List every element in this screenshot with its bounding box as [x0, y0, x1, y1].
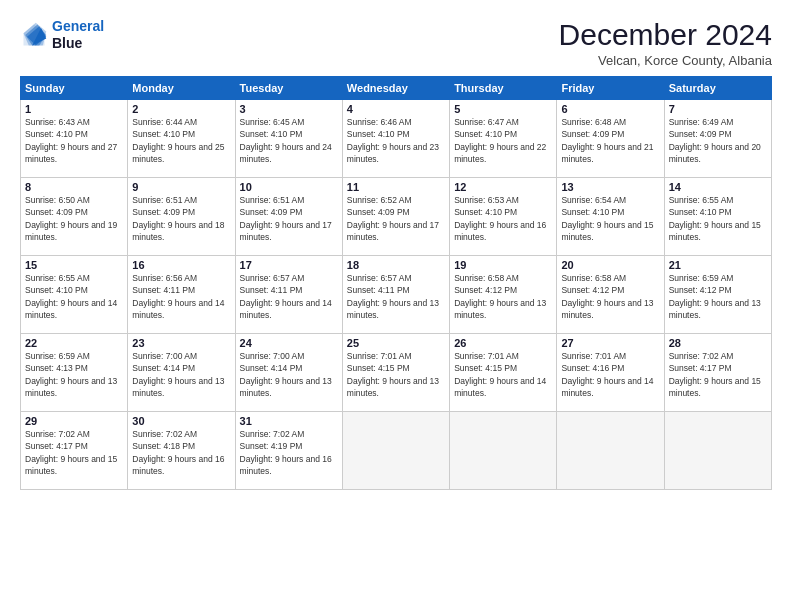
sunrise-text: Sunrise: 6:55 AM: [25, 272, 123, 284]
calendar-cell: 2Sunrise: 6:44 AMSunset: 4:10 PMDaylight…: [128, 100, 235, 178]
daylight-text: Daylight: 9 hours and 24 minutes.: [240, 141, 338, 166]
day-number: 31: [240, 415, 338, 427]
sunrise-text: Sunrise: 6:52 AM: [347, 194, 445, 206]
calendar-week-row: 8Sunrise: 6:50 AMSunset: 4:09 PMDaylight…: [21, 178, 772, 256]
calendar-week-row: 29Sunrise: 7:02 AMSunset: 4:17 PMDayligh…: [21, 412, 772, 490]
calendar-cell: [450, 412, 557, 490]
daylight-text: Daylight: 9 hours and 14 minutes.: [240, 297, 338, 322]
sunset-text: Sunset: 4:10 PM: [561, 206, 659, 218]
day-number: 15: [25, 259, 123, 271]
sunrise-text: Sunrise: 6:45 AM: [240, 116, 338, 128]
daylight-text: Daylight: 9 hours and 17 minutes.: [240, 219, 338, 244]
daylight-text: Daylight: 9 hours and 13 minutes.: [454, 297, 552, 322]
sunset-text: Sunset: 4:12 PM: [454, 284, 552, 296]
day-number: 11: [347, 181, 445, 193]
month-title: December 2024: [559, 18, 772, 51]
calendar-cell: 16Sunrise: 6:56 AMSunset: 4:11 PMDayligh…: [128, 256, 235, 334]
calendar-cell: 3Sunrise: 6:45 AMSunset: 4:10 PMDaylight…: [235, 100, 342, 178]
sunrise-text: Sunrise: 6:54 AM: [561, 194, 659, 206]
calendar-cell: 23Sunrise: 7:00 AMSunset: 4:14 PMDayligh…: [128, 334, 235, 412]
weekday-header: Tuesday: [235, 77, 342, 100]
logo: General Blue: [20, 18, 104, 52]
day-number: 23: [132, 337, 230, 349]
daylight-text: Daylight: 9 hours and 16 minutes.: [454, 219, 552, 244]
sunset-text: Sunset: 4:19 PM: [240, 440, 338, 452]
sunrise-text: Sunrise: 7:01 AM: [561, 350, 659, 362]
day-info: Sunrise: 6:54 AMSunset: 4:10 PMDaylight:…: [561, 194, 659, 243]
sunset-text: Sunset: 4:15 PM: [347, 362, 445, 374]
day-number: 17: [240, 259, 338, 271]
calendar-cell: 1Sunrise: 6:43 AMSunset: 4:10 PMDaylight…: [21, 100, 128, 178]
weekday-header: Thursday: [450, 77, 557, 100]
day-info: Sunrise: 6:52 AMSunset: 4:09 PMDaylight:…: [347, 194, 445, 243]
calendar-cell: 25Sunrise: 7:01 AMSunset: 4:15 PMDayligh…: [342, 334, 449, 412]
weekday-header: Sunday: [21, 77, 128, 100]
calendar-cell: 15Sunrise: 6:55 AMSunset: 4:10 PMDayligh…: [21, 256, 128, 334]
calendar-cell: 31Sunrise: 7:02 AMSunset: 4:19 PMDayligh…: [235, 412, 342, 490]
day-info: Sunrise: 7:02 AMSunset: 4:17 PMDaylight:…: [25, 428, 123, 477]
sunset-text: Sunset: 4:09 PM: [132, 206, 230, 218]
sunset-text: Sunset: 4:09 PM: [561, 128, 659, 140]
day-info: Sunrise: 6:48 AMSunset: 4:09 PMDaylight:…: [561, 116, 659, 165]
daylight-text: Daylight: 9 hours and 13 minutes.: [25, 375, 123, 400]
calendar-cell: 17Sunrise: 6:57 AMSunset: 4:11 PMDayligh…: [235, 256, 342, 334]
sunrise-text: Sunrise: 6:51 AM: [240, 194, 338, 206]
day-number: 3: [240, 103, 338, 115]
sunrise-text: Sunrise: 7:02 AM: [132, 428, 230, 440]
sunset-text: Sunset: 4:13 PM: [25, 362, 123, 374]
header: General Blue December 2024 Velcan, Korce…: [20, 18, 772, 68]
day-info: Sunrise: 6:55 AMSunset: 4:10 PMDaylight:…: [669, 194, 767, 243]
sunrise-text: Sunrise: 6:53 AM: [454, 194, 552, 206]
calendar-cell: [557, 412, 664, 490]
calendar-cell: 14Sunrise: 6:55 AMSunset: 4:10 PMDayligh…: [664, 178, 771, 256]
day-number: 26: [454, 337, 552, 349]
day-number: 27: [561, 337, 659, 349]
sunset-text: Sunset: 4:11 PM: [240, 284, 338, 296]
daylight-text: Daylight: 9 hours and 20 minutes.: [669, 141, 767, 166]
sunrise-text: Sunrise: 6:55 AM: [669, 194, 767, 206]
sunrise-text: Sunrise: 6:59 AM: [25, 350, 123, 362]
day-number: 16: [132, 259, 230, 271]
sunrise-text: Sunrise: 7:02 AM: [25, 428, 123, 440]
daylight-text: Daylight: 9 hours and 21 minutes.: [561, 141, 659, 166]
day-number: 25: [347, 337, 445, 349]
daylight-text: Daylight: 9 hours and 14 minutes.: [561, 375, 659, 400]
day-info: Sunrise: 6:57 AMSunset: 4:11 PMDaylight:…: [347, 272, 445, 321]
daylight-text: Daylight: 9 hours and 27 minutes.: [25, 141, 123, 166]
day-number: 4: [347, 103, 445, 115]
calendar-week-row: 22Sunrise: 6:59 AMSunset: 4:13 PMDayligh…: [21, 334, 772, 412]
sunset-text: Sunset: 4:09 PM: [240, 206, 338, 218]
sunrise-text: Sunrise: 6:57 AM: [240, 272, 338, 284]
day-info: Sunrise: 6:58 AMSunset: 4:12 PMDaylight:…: [454, 272, 552, 321]
day-info: Sunrise: 6:51 AMSunset: 4:09 PMDaylight:…: [132, 194, 230, 243]
daylight-text: Daylight: 9 hours and 23 minutes.: [347, 141, 445, 166]
calendar-cell: 9Sunrise: 6:51 AMSunset: 4:09 PMDaylight…: [128, 178, 235, 256]
day-number: 30: [132, 415, 230, 427]
sunrise-text: Sunrise: 6:56 AM: [132, 272, 230, 284]
daylight-text: Daylight: 9 hours and 15 minutes.: [669, 219, 767, 244]
daylight-text: Daylight: 9 hours and 19 minutes.: [25, 219, 123, 244]
day-info: Sunrise: 7:00 AMSunset: 4:14 PMDaylight:…: [132, 350, 230, 399]
day-info: Sunrise: 6:55 AMSunset: 4:10 PMDaylight:…: [25, 272, 123, 321]
calendar-cell: 29Sunrise: 7:02 AMSunset: 4:17 PMDayligh…: [21, 412, 128, 490]
day-info: Sunrise: 6:59 AMSunset: 4:12 PMDaylight:…: [669, 272, 767, 321]
calendar-cell: 27Sunrise: 7:01 AMSunset: 4:16 PMDayligh…: [557, 334, 664, 412]
sunset-text: Sunset: 4:09 PM: [669, 128, 767, 140]
sunset-text: Sunset: 4:15 PM: [454, 362, 552, 374]
sunrise-text: Sunrise: 6:46 AM: [347, 116, 445, 128]
day-number: 2: [132, 103, 230, 115]
day-number: 19: [454, 259, 552, 271]
daylight-text: Daylight: 9 hours and 13 minutes.: [132, 375, 230, 400]
sunset-text: Sunset: 4:14 PM: [240, 362, 338, 374]
sunrise-text: Sunrise: 6:47 AM: [454, 116, 552, 128]
day-info: Sunrise: 6:49 AMSunset: 4:09 PMDaylight:…: [669, 116, 767, 165]
page: General Blue December 2024 Velcan, Korce…: [0, 0, 792, 612]
day-info: Sunrise: 7:01 AMSunset: 4:15 PMDaylight:…: [347, 350, 445, 399]
sunrise-text: Sunrise: 6:58 AM: [454, 272, 552, 284]
day-number: 8: [25, 181, 123, 193]
day-info: Sunrise: 6:59 AMSunset: 4:13 PMDaylight:…: [25, 350, 123, 399]
sunrise-text: Sunrise: 6:58 AM: [561, 272, 659, 284]
sunset-text: Sunset: 4:10 PM: [454, 206, 552, 218]
day-info: Sunrise: 6:56 AMSunset: 4:11 PMDaylight:…: [132, 272, 230, 321]
day-number: 24: [240, 337, 338, 349]
